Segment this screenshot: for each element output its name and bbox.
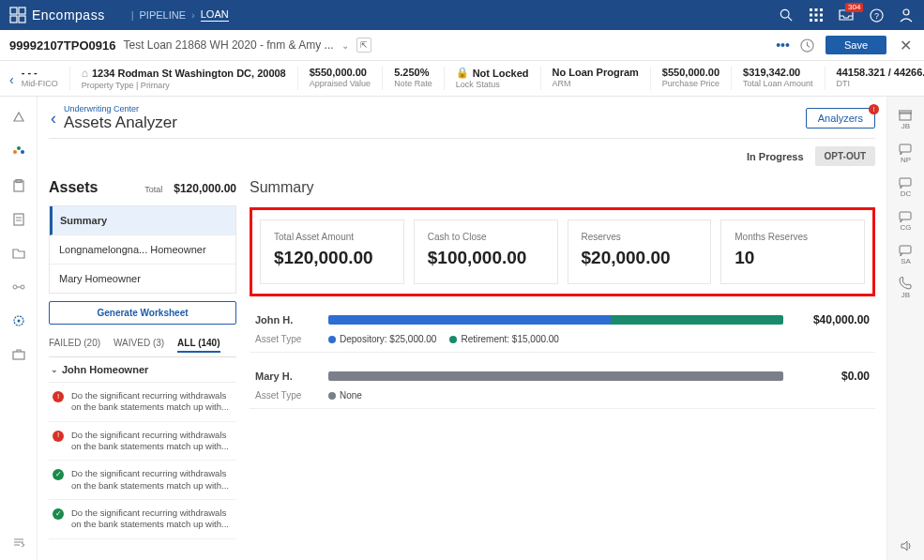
right-rail-item[interactable]: JB <box>899 104 914 134</box>
svg-rect-0 <box>10 8 17 14</box>
strip-label: Property Type | Primary <box>82 81 286 90</box>
svg-rect-38 <box>900 144 911 152</box>
svg-point-17 <box>903 9 909 15</box>
strip-label: Mid-FICO <box>22 79 58 88</box>
more-actions-icon[interactable]: ••• <box>776 38 790 53</box>
asset-nav: SummaryLongnamelongna... HomeownerMary H… <box>49 205 236 294</box>
issue-row[interactable]: ✓Do the significant recurring withdrawal… <box>49 500 236 539</box>
strip-cell: 🔒Not LockedLock Status <box>444 67 540 90</box>
right-rail-item[interactable]: NP <box>899 138 914 168</box>
generate-worksheet-button[interactable]: Generate Worksheet <box>49 301 236 325</box>
strip-back-icon[interactable]: ‹ <box>9 67 18 87</box>
rail-analyzer-icon[interactable] <box>10 312 27 329</box>
svg-point-28 <box>21 285 24 289</box>
strip-label: Lock Status <box>456 80 529 89</box>
card-label: Total Asset Amount <box>274 232 390 242</box>
rail-folder-icon[interactable] <box>10 245 27 262</box>
breadcrumb-loan[interactable]: LOAN <box>201 8 229 22</box>
history-icon[interactable] <box>799 37 816 53</box>
legend-item: None <box>328 390 362 401</box>
analyzers-button[interactable]: Analyzers ! <box>806 108 875 129</box>
assets-total-value: $120,000.00 <box>174 182 236 195</box>
owner-name: John Homeowner <box>62 364 148 375</box>
right-chat-rail: JBNPDCCGSAJB <box>886 97 924 560</box>
right-rail-label: JB <box>901 291 910 299</box>
apps-icon[interactable] <box>808 7 825 23</box>
issue-row[interactable]: !Do the significant recurring withdrawal… <box>49 383 236 422</box>
strip-value: Not Locked <box>473 68 529 79</box>
inbox-icon[interactable]: 304 <box>838 7 855 23</box>
right-rail-item[interactable]: SA <box>899 239 914 269</box>
chat-icon <box>899 175 914 189</box>
asset-nav-item[interactable]: Mary Homeowner <box>50 265 235 293</box>
filter-tab[interactable]: ALL (140) <box>177 338 220 353</box>
lock-icon: 🔒 <box>456 67 469 79</box>
strip-cell: $319,342.00Total Loan Amount <box>731 67 825 90</box>
right-rail-item[interactable]: CG <box>899 205 914 235</box>
breadcrumb: | PIPELINE › LOAN <box>131 8 229 22</box>
svg-point-20 <box>17 146 21 150</box>
notification-badge: 304 <box>845 3 863 12</box>
card-value: 10 <box>735 248 851 268</box>
loan-header: 99992107TPO0916 Test Loan 21868 WH 2020 … <box>0 30 924 61</box>
back-arrow-icon[interactable]: ‹ <box>49 105 58 132</box>
loan-dropdown-icon[interactable]: ⌄ <box>341 40 349 51</box>
save-button[interactable]: Save <box>826 36 886 54</box>
svg-point-31 <box>17 320 20 323</box>
rail-collapse-icon[interactable] <box>10 534 27 551</box>
rail-alert-icon[interactable] <box>10 110 27 127</box>
svg-point-19 <box>13 150 17 154</box>
asset-type-label: Asset Type <box>255 334 315 344</box>
right-rail-label: DC <box>901 189 912 198</box>
legend: None <box>328 390 362 401</box>
rail-clipboard-icon[interactable] <box>10 177 27 194</box>
svg-rect-2 <box>10 16 17 23</box>
strip-value: $319,342.00 <box>743 67 800 78</box>
strip-label: DTI <box>837 79 924 88</box>
person-amount: $40,000.00 <box>796 313 870 326</box>
svg-rect-7 <box>815 8 818 11</box>
right-rail-label: NP <box>901 156 911 164</box>
archive-icon[interactable]: ⇱ <box>356 38 371 53</box>
svg-rect-14 <box>820 19 823 22</box>
opt-out-button[interactable]: OPT-OUT <box>815 146 875 166</box>
rail-briefcase-icon[interactable] <box>10 346 27 363</box>
strip-value: 44158.321 / 44266.277 <box>837 67 924 78</box>
strip-label: ARM <box>553 79 639 88</box>
chat-icon <box>899 243 914 256</box>
svg-rect-11 <box>820 14 823 17</box>
person-block: John H. $40,000.00 Asset Type Depository… <box>250 296 875 353</box>
filter-tab[interactable]: FAILED (20) <box>49 338 100 353</box>
summary-cards-highlight: Total Asset Amount$120,000.00Cash to Clo… <box>250 207 875 296</box>
filter-tab[interactable]: WAIVED (3) <box>114 338 164 353</box>
strip-cell: 44158.321 / 44266.277DTI <box>825 67 924 90</box>
help-icon[interactable]: ? <box>868 7 885 23</box>
asset-nav-item[interactable]: Summary <box>50 206 235 235</box>
page-breadcrumb[interactable]: Underwriting Center <box>64 104 177 114</box>
home-icon: ⌂ <box>82 67 88 80</box>
assets-total-label: Total <box>144 185 162 194</box>
asset-nav-item[interactable]: Longnamelongna... Homeowner <box>50 235 235 265</box>
owner-row[interactable]: ⌄ John Homeowner <box>49 357 236 383</box>
svg-point-27 <box>13 285 17 289</box>
user-icon[interactable] <box>898 7 915 23</box>
check-icon: ✓ <box>53 508 64 520</box>
brand-logo[interactable]: Encompass <box>9 7 105 23</box>
loan-info-strip: ‹ - - -Mid-FICO⌂1234 Rodman St Washingto… <box>0 61 924 97</box>
volume-icon[interactable] <box>900 539 913 556</box>
chat-icon <box>899 142 914 155</box>
filter-tabs: FAILED (20)WAIVED (3)ALL (140) <box>49 338 236 357</box>
check-icon: ✓ <box>53 469 64 480</box>
right-rail-item[interactable]: JB <box>899 273 914 303</box>
rail-document-icon[interactable] <box>10 211 27 228</box>
issue-row[interactable]: !Do the significant recurring withdrawal… <box>49 422 236 462</box>
rail-dots-icon[interactable] <box>10 144 27 160</box>
close-button[interactable]: ✕ <box>896 37 915 54</box>
right-rail-item[interactable]: DC <box>899 172 914 202</box>
svg-rect-9 <box>810 14 812 17</box>
archive-icon <box>899 108 914 121</box>
issue-row[interactable]: ✓Do the significant recurring withdrawal… <box>49 461 236 500</box>
search-icon[interactable] <box>778 7 795 23</box>
rail-connect-icon[interactable] <box>10 279 27 295</box>
breadcrumb-pipeline[interactable]: PIPELINE <box>140 9 187 21</box>
